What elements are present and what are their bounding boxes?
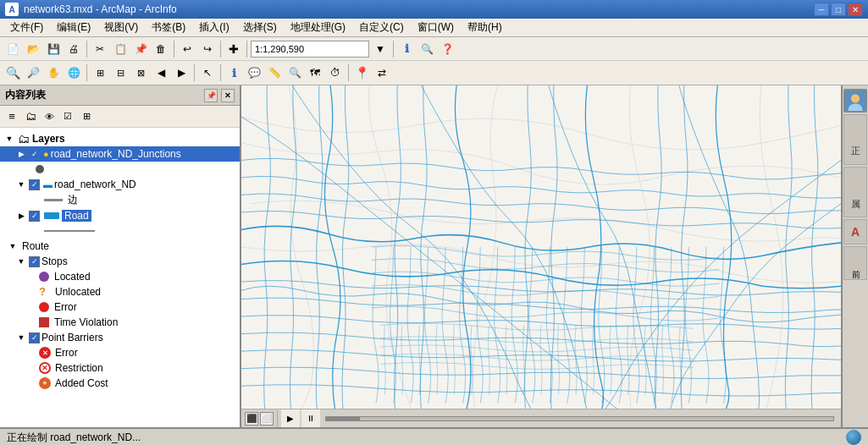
extent-button3[interactable]: ⊠ (131, 63, 150, 82)
pin-button[interactable]: 📌 (204, 89, 218, 102)
globe-button[interactable]: 🌐 (64, 63, 83, 82)
panel-header: 内容列表 📌 ✕ (0, 85, 240, 106)
toolbar-area: 📄 📂 💾 🖨 ✂ 📋 📌 🗑 ↩ ↪ ✚ ▼ ℹ 🔍 ❓ 🔍 🔎 ✋ 🌐 ⊞ … (0, 37, 868, 85)
scale-input[interactable] (251, 41, 369, 58)
side-btn-1[interactable]: 正 (843, 114, 867, 165)
layer-road[interactable]: ▶ ✓ Road (0, 208, 240, 223)
cb-stops[interactable]: ✓ (29, 256, 40, 267)
side-btn-4[interactable]: 前 (843, 246, 867, 280)
map-pause[interactable]: ⏸ (301, 409, 320, 428)
map-area[interactable] (241, 85, 841, 409)
menu-customize[interactable]: 自定义(C) (352, 19, 411, 36)
identify-tool[interactable]: ℹ (224, 63, 243, 82)
menu-geoprocessing[interactable]: 地理处理(G) (284, 19, 352, 36)
sep5 (393, 41, 394, 58)
layer-unlocated: ? Unlocated (0, 284, 240, 299)
pan-button[interactable]: ✋ (44, 63, 63, 82)
redo-button[interactable]: ↪ (198, 40, 217, 58)
prev-extent-button[interactable]: ◀ (152, 63, 170, 82)
cb-barriers[interactable]: ✓ (29, 332, 40, 343)
menu-insert[interactable]: 插入(I) (192, 19, 235, 36)
menu-bookmarks[interactable]: 书签(B) (145, 19, 192, 36)
side-btn-3[interactable]: A (843, 219, 867, 244)
time-tool[interactable]: ⏱ (326, 63, 345, 82)
search-tool[interactable]: 🔍 (285, 63, 304, 82)
print-button[interactable]: 🖨 (64, 40, 83, 58)
cb-junctions[interactable]: ✓ (29, 149, 40, 160)
save-button[interactable]: 💾 (44, 40, 63, 58)
help-button[interactable]: ❓ (438, 40, 456, 58)
select-button[interactable]: ↖ (198, 63, 217, 82)
layer-restriction: ✕ Restriction (0, 360, 240, 376)
list-by-visibility[interactable]: 👁 (41, 108, 58, 125)
expand-road[interactable]: ▶ (15, 210, 27, 222)
list-by-drawing-order[interactable]: ≡ (3, 108, 20, 125)
create-viewer[interactable]: 🗺 (306, 63, 324, 82)
expand-route[interactable]: ▼ (7, 240, 19, 252)
add-data-button[interactable]: ✚ (224, 40, 243, 58)
open-button[interactable]: 📂 (24, 40, 42, 58)
html-popup[interactable]: 💬 (245, 63, 263, 82)
map-tips[interactable]: 📍 (352, 63, 371, 82)
next-extent-button[interactable]: ▶ (172, 63, 191, 82)
menu-windows[interactable]: 窗口(W) (411, 19, 461, 36)
cb-road[interactable]: ✓ (29, 211, 40, 222)
list-by-selection[interactable]: ☑ (59, 108, 76, 125)
minimize-button[interactable]: ─ (814, 3, 829, 16)
map-btn-1[interactable]: ⬛ (245, 412, 258, 426)
map-scroll-bar[interactable] (325, 416, 834, 421)
copy-button[interactable]: 📋 (111, 40, 130, 58)
zoom-out-button[interactable]: 🔎 (24, 63, 42, 82)
menu-edit[interactable]: 编辑(E) (50, 19, 97, 36)
paste-button[interactable]: 📌 (131, 40, 150, 58)
layer-junctions[interactable]: ▶ ✓ ● road_network_ND_Junctions (0, 146, 240, 162)
layer-route[interactable]: ▼ Route (0, 239, 240, 254)
full-extent-button[interactable]: ⊞ (91, 63, 109, 82)
expand-nd[interactable]: ▼ (15, 179, 27, 190)
expand-root[interactable]: ▼ (3, 133, 15, 145)
status-right (846, 430, 861, 445)
swipe-tool[interactable]: ⇄ (373, 63, 391, 82)
menu-help[interactable]: 帮助(H) (461, 19, 509, 36)
extent-button2[interactable]: ⊟ (111, 63, 130, 82)
sep8 (220, 64, 221, 81)
side-btn-2[interactable]: 属 (843, 167, 867, 217)
side-avatar-1[interactable] (843, 89, 867, 113)
menu-view[interactable]: 视图(V) (97, 19, 145, 36)
delete-button[interactable]: 🗑 (152, 40, 170, 58)
expand-stops[interactable]: ▼ (15, 255, 27, 267)
map-canvas (241, 85, 841, 409)
panel-header-right: 📌 ✕ (204, 89, 235, 102)
layer-nd[interactable]: ▼ ✓ ▬ road_network_ND (0, 177, 240, 192)
side-text-3: A (851, 225, 860, 239)
layer-point-barriers[interactable]: ▼ ✓ Point Barriers (0, 330, 240, 345)
zoom-in-button[interactable]: 🔍 (3, 63, 22, 82)
layer-root[interactable]: ▼ 🗂 Layers (0, 131, 240, 146)
menu-file[interactable]: 文件(F) (3, 19, 50, 36)
menu-select[interactable]: 选择(S) (236, 19, 284, 36)
map-play[interactable]: ▶ (281, 409, 300, 428)
undo-button[interactable]: ↩ (178, 40, 196, 58)
expand-all[interactable]: ⊞ (78, 108, 95, 125)
menu-bar: 文件(F) 编辑(E) 视图(V) 书签(B) 插入(I) 选择(S) 地理处理… (0, 19, 868, 37)
find-button[interactable]: 🔍 (417, 40, 436, 58)
added-cost-label: Added Cost (55, 377, 108, 389)
map-btn-2[interactable]: ⬜ (260, 412, 274, 426)
measure-tool[interactable]: 📏 (265, 63, 284, 82)
layer-tree[interactable]: ▼ 🗂 Layers ▶ ✓ ● road_network_ND_Junctio… (0, 128, 240, 427)
cb-nd[interactable]: ✓ (29, 179, 40, 190)
scale-dropdown[interactable]: ▼ (371, 40, 390, 58)
expand-barriers[interactable]: ▼ (15, 332, 27, 343)
layer-stops[interactable]: ▼ ✓ Stops (0, 254, 240, 269)
new-button[interactable]: 📄 (3, 40, 22, 58)
panel-close-button[interactable]: ✕ (221, 89, 235, 102)
cut-button[interactable]: ✂ (91, 40, 109, 58)
expand-junctions[interactable]: ▶ (15, 148, 27, 160)
identify-button[interactable]: ℹ (397, 40, 416, 58)
list-by-source[interactable]: 🗂 (22, 108, 39, 125)
title-bar-left: A network63.mxd - ArcMap - ArcInfo (5, 3, 177, 16)
maximize-button[interactable]: □ (831, 3, 846, 16)
close-button[interactable]: ✕ (848, 3, 863, 16)
svg-point-2 (851, 94, 860, 102)
sep9 (348, 64, 349, 81)
